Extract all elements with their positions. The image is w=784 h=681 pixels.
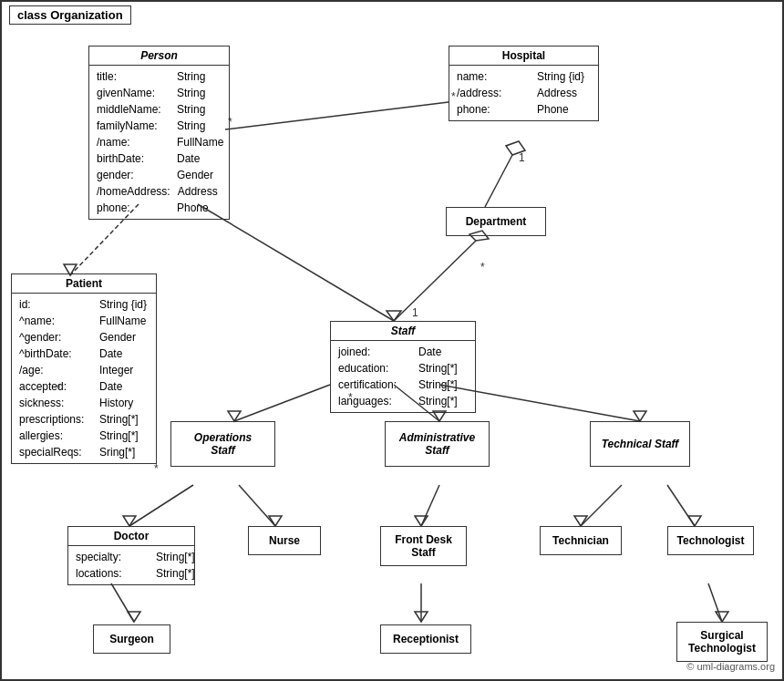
doctor-header: Doctor <box>68 527 194 546</box>
svg-text:*: * <box>154 462 159 475</box>
nurse-class: Nurse <box>248 526 321 555</box>
svg-line-7 <box>394 241 476 321</box>
technician-class: Technician <box>540 526 622 555</box>
operations-staff-label: Operations Staff <box>194 431 252 457</box>
svg-line-4 <box>485 155 512 207</box>
svg-marker-24 <box>688 516 701 526</box>
doctor-class: Doctor specialty:String[*] locations:Str… <box>67 526 195 585</box>
svg-line-29 <box>708 583 722 622</box>
svg-text:1: 1 <box>519 151 525 164</box>
staff-body: joined:Date education:String[*] certific… <box>331 341 475 412</box>
svg-line-15 <box>129 485 193 526</box>
department-class: Department <box>446 207 546 236</box>
svg-marker-22 <box>574 516 587 526</box>
diagram-container: class Organization <box>0 0 784 681</box>
patient-body: id:String {id} ^name:FullName ^gender:Ge… <box>12 294 156 463</box>
staff-header: Staff <box>331 322 475 341</box>
diagram-title: class Organization <box>9 5 131 25</box>
person-class: Person title:String givenName:String mid… <box>88 46 230 220</box>
technical-staff-label: Technical Staff <box>602 438 679 450</box>
technical-staff-class: Technical Staff <box>590 421 690 467</box>
person-body: title:String givenName:String middleName… <box>89 66 229 219</box>
copyright: © uml-diagrams.org <box>686 661 775 672</box>
svg-line-9 <box>234 385 330 421</box>
svg-line-25 <box>111 583 134 622</box>
surgical-technologist-class: Surgical Technologist <box>676 622 768 662</box>
staff-class: Staff joined:Date education:String[*] ce… <box>330 321 476 413</box>
receptionist-class: Receptionist <box>380 624 471 654</box>
hospital-class: Hospital name:String {id} /address:Addre… <box>449 46 599 121</box>
surgeon-class: Surgeon <box>93 624 170 654</box>
svg-marker-10 <box>228 411 241 421</box>
doctor-body: specialty:String[*] locations:String[*] <box>68 546 194 584</box>
technologist-class: Technologist <box>667 526 754 555</box>
svg-line-19 <box>421 485 439 526</box>
svg-marker-3 <box>387 311 401 321</box>
svg-marker-26 <box>128 612 140 622</box>
svg-marker-30 <box>716 612 728 622</box>
svg-line-17 <box>239 485 275 526</box>
svg-marker-16 <box>123 516 136 526</box>
operations-staff-class: Operations Staff <box>170 421 275 467</box>
svg-line-2 <box>198 204 394 321</box>
front-desk-staff-class: Front Desk Staff <box>380 526 467 566</box>
administrative-staff-label: Administrative Staff <box>399 431 475 457</box>
person-header: Person <box>89 46 229 66</box>
svg-text:*: * <box>480 261 485 273</box>
svg-marker-18 <box>269 516 282 526</box>
svg-line-21 <box>581 485 622 526</box>
svg-text:1: 1 <box>412 306 418 319</box>
svg-line-23 <box>667 485 695 526</box>
receptionist-label: Receptionist <box>393 633 459 645</box>
svg-marker-20 <box>415 516 428 526</box>
svg-line-6 <box>225 102 449 129</box>
patient-class: Patient id:String {id} ^name:FullName ^g… <box>11 273 157 464</box>
svg-marker-28 <box>415 612 428 622</box>
patient-header: Patient <box>12 274 156 294</box>
svg-marker-5 <box>506 141 525 155</box>
svg-marker-14 <box>634 411 646 421</box>
administrative-staff-class: Administrative Staff <box>385 421 490 467</box>
hospital-body: name:String {id} /address:Address phone:… <box>449 66 598 120</box>
hospital-header: Hospital <box>449 46 598 66</box>
